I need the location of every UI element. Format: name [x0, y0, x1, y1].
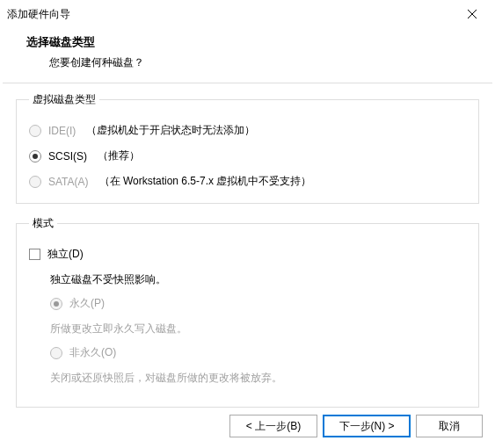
- mode-legend: 模式: [29, 216, 57, 231]
- content-area: 虚拟磁盘类型 IDE(I) （虚拟机处于开启状态时无法添加） SCSI(S) （…: [0, 83, 495, 408]
- disk-type-group: 虚拟磁盘类型 IDE(I) （虚拟机处于开启状态时无法添加） SCSI(S) （…: [16, 92, 479, 204]
- titlebar: 添加硬件向导: [0, 0, 495, 28]
- radio-row-nonpersistent: 非永久(O): [50, 345, 466, 360]
- footer-buttons: < 上一步(B) 下一步(N) > 取消: [229, 415, 483, 437]
- radio-scsi[interactable]: [29, 150, 41, 163]
- radio-ide[interactable]: [29, 125, 41, 137]
- page-subtitle: 您要创建何种磁盘？: [26, 50, 495, 70]
- independent-desc: 独立磁盘不受快照影响。: [50, 272, 466, 287]
- back-button[interactable]: < 上一步(B): [229, 415, 317, 437]
- persistent-desc: 所做更改立即永久写入磁盘。: [50, 322, 466, 336]
- mode-group: 模式 独立(D) 独立磁盘不受快照影响。 永久(P) 所做更改立即永久写入磁盘。…: [16, 216, 479, 408]
- close-button[interactable]: [455, 4, 490, 24]
- radio-ide-label: IDE(I): [48, 125, 76, 137]
- radio-persistent-label: 永久(P): [69, 296, 105, 311]
- next-button[interactable]: 下一步(N) >: [323, 415, 411, 437]
- window-title: 添加硬件向导: [7, 7, 70, 22]
- radio-ide-note: （虚拟机处于开启状态时无法添加）: [86, 123, 255, 138]
- cancel-button[interactable]: 取消: [416, 415, 483, 437]
- radio-row-scsi[interactable]: SCSI(S) （推荐）: [29, 148, 466, 163]
- mode-sub-options: 永久(P) 所做更改立即永久写入磁盘。 非永久(O) 关闭或还原快照后，对磁盘所…: [29, 296, 466, 386]
- radio-persistent: [50, 298, 62, 310]
- disk-type-legend: 虚拟磁盘类型: [29, 92, 99, 107]
- radio-nonpersistent: [50, 347, 62, 359]
- checkbox-independent-label: 独立(D): [47, 247, 84, 262]
- radio-nonpersistent-label: 非永久(O): [69, 345, 116, 360]
- radio-sata[interactable]: [29, 176, 41, 188]
- close-icon: [468, 10, 477, 18]
- radio-sata-label: SATA(A): [48, 176, 89, 188]
- radio-row-persistent: 永久(P): [50, 296, 466, 311]
- radio-scsi-note: （推荐）: [98, 148, 140, 163]
- radio-row-ide[interactable]: IDE(I) （虚拟机处于开启状态时无法添加）: [29, 123, 466, 138]
- wizard-header: 选择磁盘类型 您要创建何种磁盘？: [0, 28, 495, 79]
- radio-scsi-label: SCSI(S): [48, 150, 87, 163]
- nonpersistent-desc: 关闭或还原快照后，对磁盘所做的更改将被放弃。: [50, 371, 466, 386]
- page-title: 选择磁盘类型: [26, 35, 495, 50]
- checkbox-independent[interactable]: [29, 249, 40, 260]
- radio-row-sata[interactable]: SATA(A) （在 Workstation 6.5-7.x 虚拟机中不受支持）: [29, 174, 466, 189]
- check-row-independent[interactable]: 独立(D): [29, 247, 466, 262]
- radio-sata-note: （在 Workstation 6.5-7.x 虚拟机中不受支持）: [99, 174, 312, 189]
